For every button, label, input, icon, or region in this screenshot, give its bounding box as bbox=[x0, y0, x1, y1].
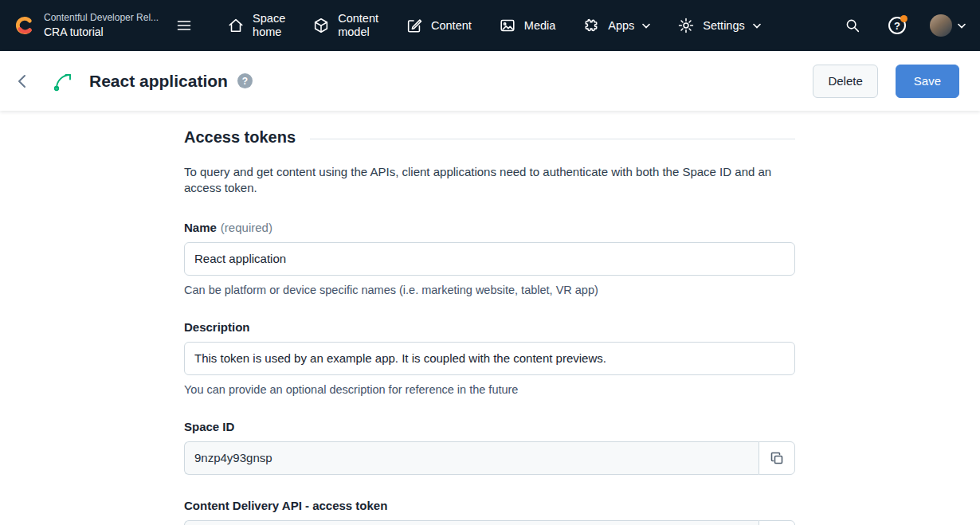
space-name: CRA tutorial bbox=[44, 25, 159, 41]
puzzle-icon bbox=[582, 17, 600, 34]
contentful-logo-icon bbox=[14, 15, 35, 36]
name-input[interactable] bbox=[184, 242, 795, 276]
compose-icon bbox=[406, 17, 423, 34]
delivery-token-label: Content Delivery API - access token bbox=[184, 499, 387, 512]
space-switcher[interactable]: Contentful Developer Rel... CRA tutorial bbox=[14, 11, 159, 40]
nav-label: Media bbox=[524, 19, 556, 33]
copy-icon bbox=[769, 450, 785, 466]
intro-text: To query and get content using the APIs,… bbox=[184, 164, 795, 197]
delivery-token-field-group: Content Delivery API - access token dW9i… bbox=[184, 499, 795, 525]
help-icon: ? bbox=[888, 17, 906, 34]
nav-media[interactable]: Media bbox=[499, 17, 556, 34]
description-label: Description bbox=[184, 320, 250, 334]
media-icon bbox=[499, 17, 516, 34]
nav-label: Content bbox=[431, 19, 472, 33]
cube-icon bbox=[312, 17, 330, 34]
nav-label: Space home bbox=[253, 12, 285, 39]
main-content: Access tokens To query and get content u… bbox=[0, 111, 980, 525]
hamburger-icon bbox=[176, 18, 192, 33]
section-divider bbox=[310, 139, 795, 139]
search-icon bbox=[844, 17, 861, 34]
account-menu[interactable] bbox=[930, 14, 966, 37]
description-input[interactable] bbox=[184, 342, 795, 375]
topnav-right: ? bbox=[841, 14, 966, 37]
gear-icon bbox=[677, 17, 695, 34]
nav-label: Apps bbox=[608, 19, 634, 33]
primary-nav: Space home Content model Content Media bbox=[227, 12, 761, 39]
delete-button[interactable]: Delete bbox=[813, 65, 877, 98]
top-navigation: Contentful Developer Rel... CRA tutorial… bbox=[0, 0, 980, 51]
name-field-group: Name(required) Can be platform or device… bbox=[184, 221, 795, 296]
section-title: Access tokens bbox=[184, 128, 296, 147]
organization-name: Contentful Developer Rel... bbox=[44, 11, 159, 25]
save-button[interactable]: Save bbox=[896, 65, 959, 98]
nav-label: Content model bbox=[338, 12, 378, 39]
space-id-field-group: Space ID 9nzp4y93gnsp bbox=[184, 420, 795, 475]
home-icon bbox=[227, 17, 245, 34]
nav-apps[interactable]: Apps bbox=[582, 17, 650, 34]
nav-content[interactable]: Content bbox=[406, 17, 472, 34]
page-title: React application bbox=[89, 72, 228, 91]
header-actions: Delete Save bbox=[813, 65, 959, 98]
back-button[interactable] bbox=[8, 67, 37, 96]
api-key-icon bbox=[51, 69, 76, 94]
description-help-text: You can provide an optional description … bbox=[184, 383, 795, 396]
required-note: (required) bbox=[221, 221, 272, 234]
space-id-label: Space ID bbox=[184, 420, 234, 433]
avatar bbox=[930, 14, 952, 37]
nav-settings[interactable]: Settings bbox=[677, 17, 760, 34]
chevron-down-icon bbox=[753, 23, 761, 29]
menu-toggle-button[interactable] bbox=[171, 13, 197, 38]
title-help-icon[interactable]: ? bbox=[237, 73, 253, 88]
name-label: Name bbox=[184, 221, 217, 234]
nav-label: Settings bbox=[703, 19, 744, 33]
chevron-down-icon bbox=[958, 23, 966, 29]
help-button[interactable]: ? bbox=[885, 14, 909, 37]
chevron-left-icon bbox=[13, 72, 32, 91]
space-id-value[interactable]: 9nzp4y93gnsp bbox=[184, 441, 759, 475]
nav-content-model[interactable]: Content model bbox=[312, 12, 378, 39]
page-header: React application ? Delete Save bbox=[0, 51, 980, 111]
name-help-text: Can be platform or device specific names… bbox=[184, 284, 795, 296]
notification-dot bbox=[900, 15, 907, 22]
search-button[interactable] bbox=[841, 14, 864, 37]
description-field-group: Description You can provide an optional … bbox=[184, 320, 795, 396]
chevron-down-icon bbox=[642, 23, 650, 29]
nav-space-home[interactable]: Space home bbox=[227, 12, 285, 39]
copy-space-id-button[interactable] bbox=[759, 441, 795, 475]
delivery-token-value[interactable]: dW9iNs_cCnGYSraFEp4cpwXnbSEGNwICXT_A2OvH… bbox=[184, 520, 759, 525]
copy-delivery-token-button[interactable] bbox=[759, 520, 795, 525]
